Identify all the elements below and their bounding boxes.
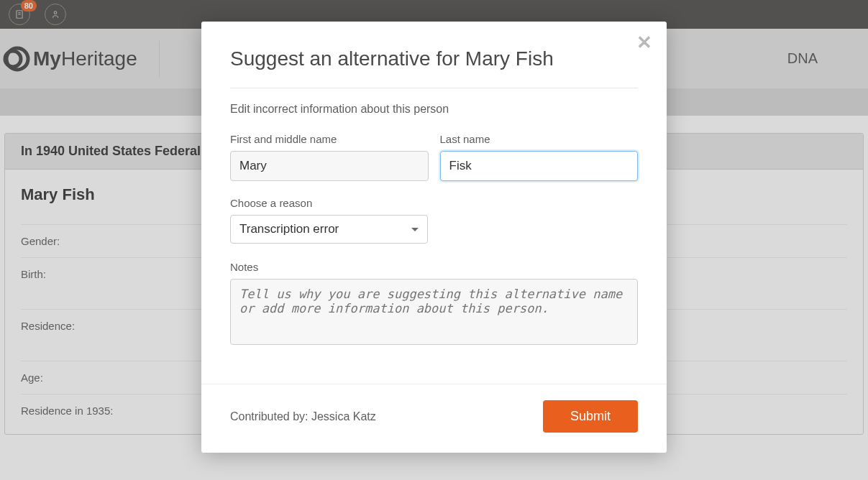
first-name-input[interactable] (230, 151, 429, 181)
submit-button[interactable]: Submit (543, 400, 638, 433)
contributor-label: Contributed by: Jessica Katz (230, 410, 376, 423)
modal-layer: ✕ Suggest an alternative for Mary Fish E… (0, 0, 868, 480)
modal-footer: Contributed by: Jessica Katz Submit (201, 384, 667, 453)
name-fields-row: First and middle name Last name (230, 133, 638, 181)
suggest-alternative-modal: ✕ Suggest an alternative for Mary Fish E… (201, 22, 667, 453)
reason-label: Choose a reason (230, 197, 638, 209)
last-name-input[interactable] (440, 151, 639, 181)
close-icon[interactable]: ✕ (636, 33, 652, 52)
last-name-group: Last name (440, 133, 639, 181)
reason-group: Choose a reason Transcription error (230, 197, 638, 244)
first-name-group: First and middle name (230, 133, 429, 181)
first-name-label: First and middle name (230, 133, 429, 145)
notes-label: Notes (230, 261, 638, 273)
reason-selected-value: Transcription error (239, 222, 339, 236)
notes-textarea[interactable] (230, 279, 638, 345)
last-name-label: Last name (440, 133, 639, 145)
modal-subtitle: Edit incorrect information about this pe… (230, 103, 638, 116)
modal-title: Suggest an alternative for Mary Fish (230, 47, 638, 70)
reason-select[interactable]: Transcription error (230, 215, 428, 244)
notes-group: Notes (230, 261, 638, 345)
modal-body: Suggest an alternative for Mary Fish Edi… (201, 22, 667, 384)
chevron-down-icon (411, 228, 419, 231)
modal-divider (230, 88, 638, 88)
